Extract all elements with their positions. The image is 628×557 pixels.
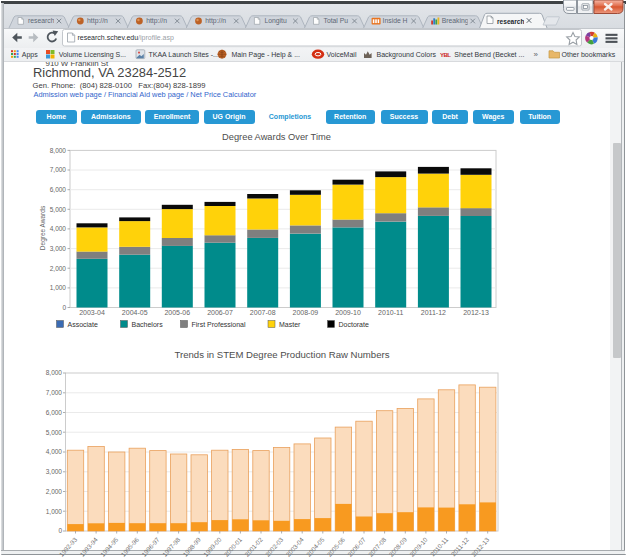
svg-text:research.schev.edu/iprofile.as: research.schev.edu/iprofile.asp <box>78 34 174 42</box>
svg-text:Inside H: Inside H <box>383 17 408 24</box>
svg-text:YBL: YBL <box>440 52 451 58</box>
svg-text:http://n: http://n <box>146 17 167 25</box>
svg-text:Breaking: Breaking <box>442 17 469 25</box>
svg-text:Sheet Bend (Becket ...: Sheet Bend (Becket ... <box>454 51 524 59</box>
svg-text:Other bookmarks: Other bookmarks <box>562 51 616 58</box>
svg-text:Volume Licensing S...: Volume Licensing S... <box>59 51 126 59</box>
svg-text:http://n: http://n <box>87 17 108 25</box>
svg-text:Total Pu: Total Pu <box>324 17 349 24</box>
svg-text:VoiceMail: VoiceMail <box>327 51 357 58</box>
svg-text:http://n: http://n <box>205 17 226 25</box>
svg-text:Apps: Apps <box>22 51 38 59</box>
svg-text:research: research <box>497 18 525 25</box>
svg-text:research: research <box>28 17 55 24</box>
svg-text:»: » <box>534 50 539 59</box>
svg-text:Longitu: Longitu <box>264 17 287 25</box>
svg-text:TKAA Launch Sites -...: TKAA Launch Sites -... <box>149 51 219 58</box>
svg-text:Main Page - Help & ...: Main Page - Help & ... <box>232 51 301 59</box>
svg-text:Background Colors: Background Colors <box>377 51 437 59</box>
